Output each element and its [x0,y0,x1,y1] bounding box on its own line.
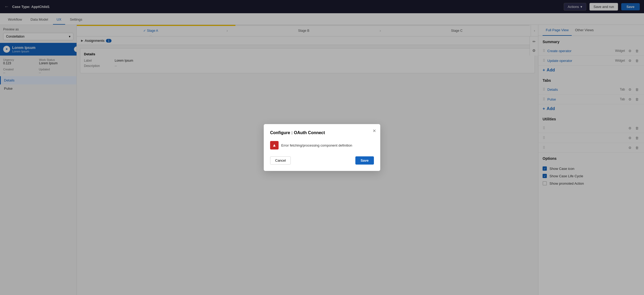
modal-save-button[interactable]: Save [355,156,374,165]
modal-cancel-button[interactable]: Cancel [270,156,291,165]
configure-modal: Configure : OAuth Connect ✕ ▲ Error fetc… [264,124,380,171]
modal-title: Configure : OAuth Connect [270,130,374,135]
modal-close-button[interactable]: ✕ [373,128,376,133]
modal-save-label: Save [361,158,369,162]
cancel-label: Cancel [275,158,286,162]
modal-error-area: ▲ Error fetching/processing component de… [270,139,374,151]
modal-overlay: Configure : OAuth Connect ✕ ▲ Error fetc… [0,0,644,295]
modal-footer: Cancel Save [270,156,374,165]
error-text: Error fetching/processing component defi… [281,143,352,147]
error-icon: ▲ [270,141,279,149]
